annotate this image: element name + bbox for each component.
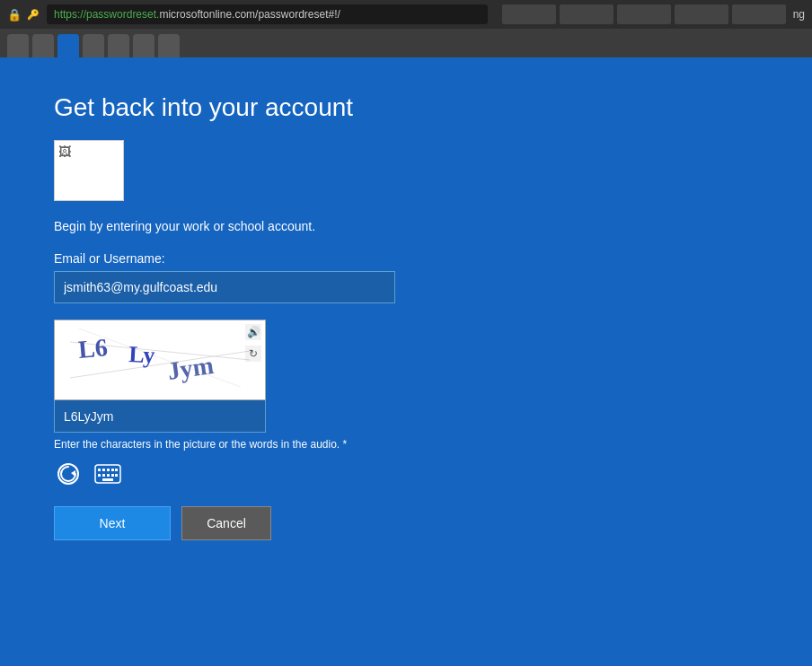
security-icon: 🔑 [27, 9, 40, 21]
main-content: Get back into your account 🖼 Begin by en… [0, 57, 812, 576]
browser-tab-3[interactable] [617, 4, 671, 24]
audio-icon: 🔊 [247, 326, 260, 338]
tab-5[interactable] [108, 34, 129, 57]
refresh-icon: ↻ [249, 347, 258, 360]
tab-1[interactable] [7, 34, 29, 57]
url-secure-prefix: https://passwordreset. [54, 8, 159, 21]
svg-rect-20 [102, 478, 113, 481]
lock-icon: 🔒 [7, 8, 22, 22]
next-button[interactable]: Next [54, 506, 171, 540]
svg-rect-13 [111, 469, 114, 471]
svg-rect-19 [115, 474, 118, 477]
tab-7[interactable] [158, 34, 180, 57]
browser-icons: 🔒 🔑 [7, 8, 40, 22]
svg-text:Ly: Ly [128, 341, 155, 368]
tab-4[interactable] [83, 34, 104, 57]
captcha-input[interactable] [55, 400, 265, 432]
svg-rect-10 [98, 469, 101, 471]
tab-bar [0, 29, 812, 57]
email-label: Email or Username: [54, 251, 758, 266]
refresh-captcha-button[interactable]: ↻ [245, 346, 261, 362]
page-title: Get back into your account [54, 93, 758, 122]
svg-rect-15 [98, 474, 101, 477]
tab-6[interactable] [133, 34, 154, 57]
audio-captcha-button[interactable]: 🔊 [245, 324, 261, 340]
svg-rect-12 [107, 469, 110, 471]
broken-image-icon: 🖼 [58, 145, 71, 159]
subtitle-text: Begin by entering your work or school ac… [54, 219, 758, 233]
browser-tab-5[interactable] [732, 4, 786, 24]
browser-tab-2[interactable] [560, 4, 613, 24]
captcha-hint: Enter the characters in the picture or t… [54, 438, 758, 451]
svg-rect-16 [102, 474, 105, 477]
url-bar[interactable]: https://passwordreset.microsoftonline.co… [47, 4, 488, 24]
logo-broken-image: 🖼 [55, 141, 123, 200]
reload-audio-icon [56, 461, 81, 486]
url-path: /passwordreset#!/ [255, 8, 340, 21]
captcha-image-box: L6 Ly Jym 🔊 ↻ [54, 320, 266, 400]
browser-right-text: ng [793, 8, 805, 21]
accessibility-row [54, 460, 758, 488]
email-input[interactable] [54, 271, 395, 303]
svg-rect-18 [111, 474, 114, 477]
browser-tab-4[interactable] [675, 4, 728, 24]
captcha-controls: 🔊 ↻ [245, 324, 261, 362]
svg-rect-17 [107, 474, 110, 477]
cancel-button[interactable]: Cancel [181, 506, 271, 540]
logo-container: 🖼 [54, 140, 124, 201]
svg-text:L6: L6 [77, 333, 109, 364]
svg-rect-11 [102, 469, 105, 471]
browser-tabs [502, 4, 786, 24]
buttons-row: Next Cancel [54, 506, 758, 540]
url-domain: microsoftonline.com [159, 8, 255, 21]
browser-bar: 🔒 🔑 https://passwordreset.microsoftonlin… [0, 0, 812, 29]
captcha-input-box [54, 400, 266, 433]
tab-2[interactable] [32, 34, 54, 57]
captcha-container: L6 Ly Jym 🔊 ↻ [54, 320, 266, 433]
svg-rect-14 [115, 469, 118, 471]
captcha-svg: L6 Ly Jym [70, 324, 250, 396]
reload-audio-button[interactable] [54, 460, 83, 488]
tab-3-active[interactable] [57, 34, 79, 57]
keyboard-icon [94, 464, 121, 484]
browser-tab-1[interactable] [502, 4, 556, 24]
keyboard-button[interactable] [93, 460, 122, 488]
svg-marker-8 [71, 470, 75, 477]
